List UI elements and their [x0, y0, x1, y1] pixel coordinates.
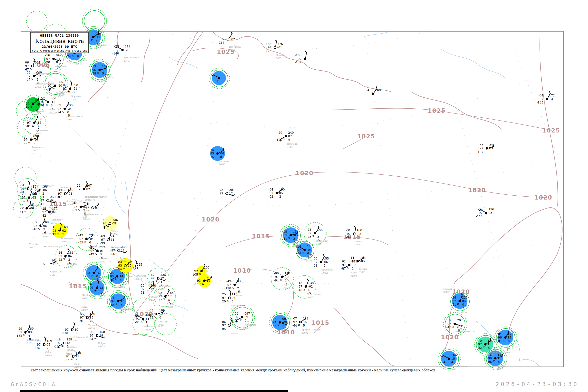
station-dot-icon	[372, 92, 374, 95]
station-pressure: 236	[112, 218, 118, 222]
station-pressure-tendency: 02	[52, 211, 56, 214]
station-weather-code: 96	[110, 275, 114, 278]
weather-symbol-icon: ∿	[95, 252, 97, 256]
product-line: QEEE98 UAOL 230000	[31, 34, 88, 38]
station-cloud-amount: 8	[220, 156, 222, 158]
station-pressure: 268	[375, 89, 381, 92]
station-temperature: -67	[150, 274, 154, 276]
station-dot-icon	[86, 316, 88, 319]
station-pressure-tendency: -13	[102, 68, 106, 72]
station-temperature: -94	[364, 89, 369, 92]
station-pressure: 195	[68, 189, 73, 192]
station-pressure-tendency: 09	[28, 331, 32, 334]
station-temperature: 08	[90, 331, 94, 334]
station-weather-code: 97	[314, 261, 317, 264]
station-dewpoint: -64	[292, 324, 297, 327]
station-dewpoint: -31	[452, 303, 456, 306]
station-pressure-tendency: 15	[136, 267, 140, 270]
station-dewpoint: -43	[446, 326, 451, 329]
station-pressure-tendency: 10	[74, 328, 78, 331]
station-dewpoint: -216	[218, 41, 224, 44]
station-dot-icon	[31, 65, 34, 68]
station-name-label: Патроки31827	[496, 364, 506, 370]
station-name-label: Нижне-Усинское	[44, 245, 62, 248]
station-pressure-tendency: 13	[120, 300, 124, 303]
station-temperature: -14	[58, 251, 62, 254]
station-dot-icon	[92, 36, 94, 38]
station-weather-code: 97	[221, 38, 224, 41]
station-pressure-tendency: 14	[146, 318, 149, 320]
station-pressure-tendency: 01	[100, 250, 104, 252]
station-temperature: 49	[57, 338, 60, 341]
station-dot-icon	[28, 196, 30, 199]
station-pressure: 119	[125, 45, 130, 48]
station-cloud-amount: 2	[352, 267, 354, 270]
station-weather-code: 93	[86, 272, 90, 274]
station-weather-code: 97	[27, 121, 31, 124]
station-name-label: Кикки-Акки23662	[101, 76, 114, 82]
station-dewpoint: -95	[221, 328, 226, 330]
station-pressure-tendency: 13	[488, 343, 491, 346]
weather-symbol-icon: ⧖	[493, 360, 495, 363]
station-pressure: 049	[96, 32, 101, 35]
station-weather-code: 97	[22, 196, 26, 199]
station-pressure-tendency: -01	[277, 46, 282, 49]
station-cloud-amount: 8	[96, 275, 98, 278]
station-dot-icon	[96, 334, 98, 337]
station-dot-icon	[117, 300, 119, 302]
station-weather-code: 97	[111, 249, 115, 252]
isobar-label: 1020	[534, 194, 552, 201]
station-dewpoint: -41	[282, 237, 287, 240]
station-cloud-amount: 7	[244, 319, 246, 322]
station-cloud-amount: 3	[100, 338, 102, 341]
station-dot-icon	[156, 312, 158, 315]
station-dewpoint: -61	[86, 275, 90, 278]
station-dot-icon	[32, 102, 34, 105]
station-dot-icon	[133, 267, 136, 270]
station-dot-icon	[234, 284, 236, 286]
weather-symbol-icon: ≡	[57, 232, 60, 235]
weather-symbol-icon: ∿	[38, 227, 40, 230]
station-dewpoint: -117	[194, 283, 201, 286]
station-dot-icon	[216, 152, 219, 155]
station-cloud-amount: 8	[462, 303, 464, 306]
station-pressure: 208	[89, 234, 95, 237]
station-weather-code: 97	[298, 58, 302, 60]
station-weather-code: 97	[32, 189, 36, 192]
station-dot-icon	[83, 188, 85, 190]
weather-symbol-icon: ⧖	[46, 104, 48, 106]
station-weather-code: 97	[86, 206, 89, 209]
station-dewpoint: -55	[78, 241, 83, 244]
weather-symbol-icon: ∿	[232, 286, 234, 289]
station-name-label: Ларьяк23867	[56, 92, 64, 98]
station-weather-code: 97	[101, 238, 105, 241]
station-weather-code: 97	[220, 192, 223, 195]
station-temperature: 15	[52, 226, 56, 229]
station-dot-icon	[228, 296, 231, 299]
station-dewpoint: -117	[54, 345, 60, 348]
station-name-label: Джикимда30089	[322, 268, 334, 274]
station-weather-code: 97	[58, 108, 61, 110]
station-pressure-tendency: -11	[56, 58, 60, 60]
station-weather-code: 93	[52, 229, 56, 232]
weather-symbol-icon: ⧖	[84, 240, 86, 244]
weather-symbol-icon: ⧖	[199, 273, 201, 276]
station-temperature: -31	[346, 229, 351, 232]
station-pressure-tendency: -11	[51, 263, 56, 266]
station-dot-icon	[304, 58, 306, 60]
station-temperature: -36	[234, 312, 238, 315]
station-name-label: Чара30372	[284, 283, 290, 289]
station-name-label: Нелькан31152	[443, 287, 452, 294]
station-dewpoint: -42	[41, 214, 46, 217]
station-temperature: 06	[25, 61, 29, 64]
station-weather-code: 97	[42, 211, 46, 214]
station-dot-icon	[164, 295, 167, 298]
weather-symbol-icon: ∿	[62, 110, 64, 113]
station-temperature: 17	[41, 97, 45, 100]
station-dot-icon	[96, 250, 99, 252]
station-dot-icon	[54, 84, 56, 87]
station-dewpoint: -101	[38, 104, 45, 107]
station-name-label: Напас29023	[50, 108, 56, 114]
station-pressure: 244	[489, 144, 495, 146]
station-cloud-amount: 8	[508, 340, 510, 342]
